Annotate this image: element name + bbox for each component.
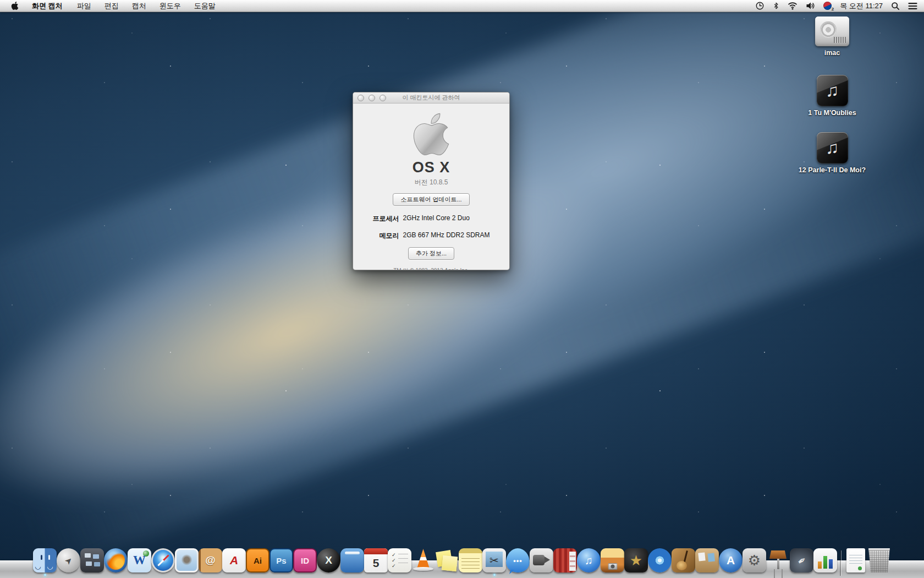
- menu-도움말[interactable]: 도움말: [189, 1, 221, 11]
- dock-launchpad[interactable]: ➤: [57, 544, 80, 578]
- menu-bar: 화면 캡처 파일편집캡처윈도우도움말 2 목 오전 11:27: [0, 0, 924, 12]
- dock-numbers[interactable]: [813, 544, 837, 578]
- dock-system-preferences[interactable]: ⚙: [743, 544, 766, 578]
- apple-logo: [412, 111, 450, 158]
- window-titlebar[interactable]: 이 매킨토시에 관하여: [353, 92, 509, 103]
- os-version: 버전 10.8.5: [415, 178, 448, 187]
- music-icon: ♫: [817, 132, 848, 163]
- memory-label: 메모리: [372, 231, 399, 241]
- menu-윈도우[interactable]: 윈도우: [154, 1, 186, 11]
- dock-calendar[interactable]: 5: [364, 544, 388, 578]
- software-update-button[interactable]: 소프트웨어 업데이트...: [393, 193, 469, 206]
- dock-safari[interactable]: [151, 544, 175, 578]
- spotlight-icon[interactable]: [891, 2, 900, 10]
- processor-label: 프로세서: [372, 214, 399, 223]
- dock-grab[interactable]: ✂: [482, 544, 506, 578]
- itunes-icon: ♫: [577, 548, 601, 572]
- dock-toast[interactable]: [340, 544, 364, 578]
- system-specs: 프로세서 2GHz Intel Core 2 Duo 메모리 2GB 667 M…: [372, 214, 490, 241]
- apple-logo-icon: [11, 1, 19, 10]
- illustrator-icon: Ai: [246, 548, 270, 572]
- wifi-icon[interactable]: [788, 2, 798, 10]
- active-app-menu[interactable]: 화면 캡처: [26, 1, 68, 11]
- desktop-icon-label: imac: [798, 49, 866, 57]
- dock-photoshop[interactable]: Ps: [270, 544, 293, 578]
- dock-trash[interactable]: [867, 544, 891, 578]
- dock-mail[interactable]: [175, 544, 199, 578]
- iphoto-icon: [601, 548, 624, 572]
- dock-imovie[interactable]: ★: [624, 544, 648, 578]
- system-preferences-icon: ⚙: [743, 548, 766, 572]
- dock-document[interactable]: [844, 544, 867, 578]
- dock-reminders[interactable]: ✓ ✓ ✓: [388, 544, 411, 578]
- desktop-icon-music-2[interactable]: ♫12 Parle-T-Il De Moi?: [798, 132, 866, 175]
- word-web-icon: W: [128, 548, 151, 572]
- dock-app-store[interactable]: A: [719, 544, 743, 578]
- time-machine-icon[interactable]: [755, 1, 765, 10]
- dock-vlc[interactable]: [411, 544, 435, 578]
- photo-booth-icon: [553, 548, 577, 572]
- calendar-icon: 5: [364, 548, 388, 572]
- menu-파일[interactable]: 파일: [72, 1, 97, 11]
- contacts-icon: @: [199, 548, 222, 572]
- dock-keynote[interactable]: [766, 544, 790, 578]
- dock-contacts[interactable]: @: [199, 544, 222, 578]
- firefox-icon: [104, 548, 128, 572]
- pages-icon: ✒: [790, 548, 813, 572]
- dock-notes[interactable]: [459, 544, 482, 578]
- dock-iphoto[interactable]: [601, 544, 624, 578]
- menu-bar-clock[interactable]: 목 오전 11:27: [840, 1, 883, 11]
- dock-photo-booth[interactable]: [553, 544, 577, 578]
- desktop-icon-label: 12 Parle-T-Il De Moi?: [798, 166, 866, 175]
- menu-편집[interactable]: 편집: [99, 1, 124, 11]
- stickies-icon: [435, 548, 459, 572]
- bluetooth-icon[interactable]: [773, 1, 779, 10]
- app-store-icon: A: [719, 548, 743, 572]
- dock-indesign[interactable]: ID: [293, 544, 317, 578]
- volume-icon[interactable]: [806, 2, 815, 10]
- numbers-icon: [813, 548, 837, 572]
- notification-center-icon[interactable]: [908, 2, 917, 10]
- menu-캡처[interactable]: 캡처: [127, 1, 152, 11]
- menu-bar-status: 2 목 오전 11:27: [755, 1, 917, 11]
- dock-idvd[interactable]: [648, 544, 672, 578]
- grab-icon: ✂: [482, 548, 506, 572]
- dock-mission-control[interactable]: [80, 544, 104, 578]
- finder-icon: ◡: [33, 548, 57, 572]
- memory-value: 2GB 667 MHz DDR2 SDRAM: [403, 231, 490, 241]
- dock: ◡➤W@AAiPsIDX5✓ ✓ ✓✂•••♫★A⚙✒: [0, 538, 924, 578]
- toast-icon: [340, 548, 364, 572]
- dock-stickies[interactable]: [435, 544, 459, 578]
- mission-control-icon: [80, 548, 104, 572]
- dock-pages[interactable]: ✒: [790, 544, 813, 578]
- mail-icon: [175, 548, 199, 572]
- korean-input-icon[interactable]: 2: [823, 2, 832, 10]
- safari-icon: [151, 548, 175, 572]
- reminders-icon: ✓ ✓ ✓: [388, 548, 411, 572]
- dock-finder[interactable]: ◡: [33, 544, 57, 578]
- dock-adobe-reader[interactable]: A: [222, 544, 246, 578]
- desktop-icon-music-1[interactable]: ♫1 Tu M'Oublies: [798, 75, 866, 117]
- dock-firefox[interactable]: [104, 544, 128, 578]
- document-icon: [846, 548, 865, 572]
- dock-garageband[interactable]: [672, 544, 695, 578]
- idvd-icon: [648, 548, 672, 572]
- dock-facetime[interactable]: [530, 544, 553, 578]
- desktop-icon-imac[interactable]: imac: [798, 17, 866, 57]
- copyright-line1: TM 및 © 1983–2013 Apple Inc.: [393, 267, 469, 270]
- dock-quarkxpress[interactable]: X: [317, 544, 340, 578]
- dock-illustrator[interactable]: Ai: [246, 544, 270, 578]
- dock-messages[interactable]: •••: [506, 544, 530, 578]
- harddrive-icon: [815, 17, 849, 46]
- more-info-button[interactable]: 추가 정보...: [408, 247, 454, 260]
- apple-menu[interactable]: [7, 1, 23, 10]
- photoshop-icon: Ps: [270, 548, 293, 572]
- os-name: OS X: [413, 159, 450, 176]
- dock-word-web[interactable]: W: [128, 544, 151, 578]
- window-content: OS X 버전 10.8.5 소프트웨어 업데이트... 프로세서 2GHz I…: [353, 103, 509, 270]
- facetime-icon: [530, 548, 553, 572]
- dock-itunes[interactable]: ♫: [577, 544, 601, 578]
- launchpad-icon: ➤: [57, 548, 80, 572]
- trash-icon: [867, 548, 891, 572]
- dock-iweb[interactable]: [695, 544, 719, 578]
